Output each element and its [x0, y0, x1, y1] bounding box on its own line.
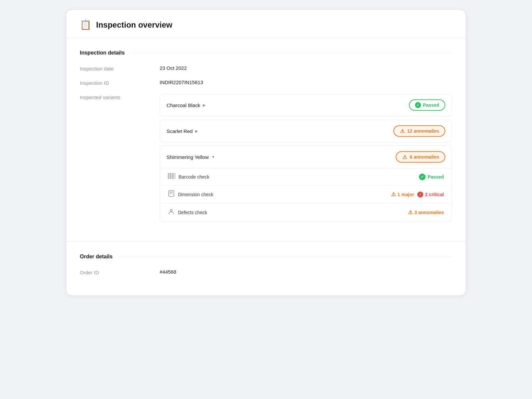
- variant-charcoal-black-name: Charcoal Black ▶: [167, 102, 205, 108]
- inspection-details-heading: Inspection details: [80, 50, 452, 56]
- chevron-right-icon: ▶: [203, 103, 205, 107]
- svg-rect-0: [168, 173, 169, 179]
- shimmering-yellow-badge: ⚠ 6 annomalies: [396, 151, 445, 163]
- defects-icon: [168, 208, 175, 216]
- warning-icon: ⚠: [402, 154, 408, 160]
- variant-shimmering-yellow: Shimmering Yellow ▼ ⚠ 6 annomalies: [160, 146, 452, 221]
- dimension-check-row: Dimension check ⚠ 1 major ! 2: [160, 186, 452, 203]
- svg-rect-5: [174, 173, 174, 179]
- barcode-check-row: Barcode check ✓ Passed: [160, 168, 452, 186]
- svg-rect-4: [173, 173, 173, 179]
- passed-check-icon: ✓: [419, 174, 426, 180]
- svg-rect-6: [175, 173, 175, 179]
- defects-anomalies-badge: ⚠ 3 annomalies: [408, 209, 444, 215]
- inspected-variants-row: Inspected variants Charcoal Black ▶ ✓ P: [80, 94, 452, 221]
- defects-check-label: Defects check: [178, 210, 207, 215]
- variant-scarlet-red-header[interactable]: Scarlet Red ▶ ⚠ 12 annomalies: [160, 120, 452, 142]
- dimension-check-result: ⚠ 1 major ! 2 critical: [391, 191, 444, 198]
- chevron-right-icon: ▶: [195, 129, 198, 133]
- barcode-check-name: Barcode check: [168, 173, 209, 181]
- chevron-down-icon: ▼: [211, 155, 215, 159]
- dimension-major-badge: ⚠ 1 major: [391, 191, 414, 198]
- inspection-details-section: Inspection details Inspection date 23 Oc…: [66, 38, 466, 241]
- inspection-id-label: Inspection ID: [80, 79, 160, 86]
- order-id-value: #44568: [160, 269, 452, 275]
- variant-shimmering-yellow-name: Shimmering Yellow ▼: [167, 154, 215, 160]
- svg-rect-3: [172, 173, 172, 179]
- inspection-id-value: INDIR2207IN15613: [160, 79, 452, 85]
- warning-icon: ⚠: [399, 128, 405, 134]
- inspection-date-label: Inspection date: [80, 65, 160, 71]
- shimmering-yellow-badge-text: 6 annomalies: [410, 154, 439, 160]
- defects-check-result: ⚠ 3 annomalies: [408, 209, 444, 215]
- check-icon: ✓: [415, 102, 421, 108]
- variants-list: Charcoal Black ▶ ✓ Passed: [160, 94, 452, 221]
- variant-charcoal-black-header[interactable]: Charcoal Black ▶ ✓ Passed: [160, 94, 452, 116]
- defects-check-name: Defects check: [168, 208, 207, 216]
- barcode-passed-badge: ✓ Passed: [419, 174, 444, 180]
- warning-icon: ⚠: [408, 209, 413, 215]
- barcode-check-label: Barcode check: [179, 174, 209, 180]
- inspected-variants-label: Inspected variants: [80, 94, 160, 100]
- inspection-date-row: Inspection date 23 Oct 2022: [80, 65, 452, 71]
- svg-point-11: [170, 209, 172, 211]
- defects-anomalies-text: 3 annomalies: [414, 210, 444, 215]
- main-card: 📋 Inspection overview Inspection details…: [66, 10, 466, 295]
- page-title: Inspection overview: [96, 20, 172, 30]
- inspection-id-row: Inspection ID INDIR2207IN15613: [80, 79, 452, 86]
- card-header: 📋 Inspection overview: [66, 10, 466, 38]
- variant-charcoal-black: Charcoal Black ▶ ✓ Passed: [160, 94, 452, 116]
- order-id-row: Order ID #44568: [80, 269, 452, 275]
- variant-shimmering-yellow-header[interactable]: Shimmering Yellow ▼ ⚠ 6 annomalies: [160, 146, 452, 168]
- critical-icon: !: [417, 192, 423, 198]
- dimension-check-name: Dimension check: [168, 190, 213, 199]
- order-details-heading: Order details: [80, 254, 452, 260]
- svg-rect-2: [170, 173, 171, 179]
- barcode-check-result: ✓ Passed: [419, 174, 444, 180]
- variant-scarlet-red-label: Scarlet Red: [167, 128, 193, 134]
- charcoal-black-badge: ✓ Passed: [409, 99, 445, 111]
- dimension-icon: [168, 190, 175, 199]
- order-details-section: Order details Order ID #44568: [66, 241, 466, 295]
- dimension-major-text: 1 major: [397, 192, 414, 197]
- barcode-icon: [168, 173, 175, 181]
- barcode-result-text: Passed: [428, 174, 444, 180]
- variant-charcoal-black-label: Charcoal Black: [167, 102, 200, 108]
- dimension-check-label: Dimension check: [178, 192, 213, 197]
- clipboard-icon: 📋: [80, 19, 91, 30]
- order-id-label: Order ID: [80, 269, 160, 275]
- variant-scarlet-red-name: Scarlet Red ▶: [167, 128, 198, 134]
- dimension-critical-badge: ! 2 critical: [417, 192, 444, 198]
- svg-rect-7: [169, 191, 174, 197]
- dimension-critical-text: 2 critical: [425, 192, 444, 197]
- scarlet-red-badge-text: 12 annomalies: [407, 128, 440, 134]
- inspection-date-value: 23 Oct 2022: [160, 65, 452, 71]
- variant-shimmering-yellow-label: Shimmering Yellow: [167, 154, 209, 160]
- charcoal-black-badge-text: Passed: [423, 102, 439, 108]
- defects-check-row: Defects check ⚠ 3 annomalies: [160, 203, 452, 221]
- svg-rect-1: [169, 173, 170, 179]
- shimmering-yellow-checks: Barcode check ✓ Passed: [160, 168, 452, 221]
- warning-icon: ⚠: [391, 191, 396, 198]
- scarlet-red-badge: ⚠ 12 annomalies: [393, 125, 446, 137]
- variant-scarlet-red: Scarlet Red ▶ ⚠ 12 annomalies: [160, 120, 452, 142]
